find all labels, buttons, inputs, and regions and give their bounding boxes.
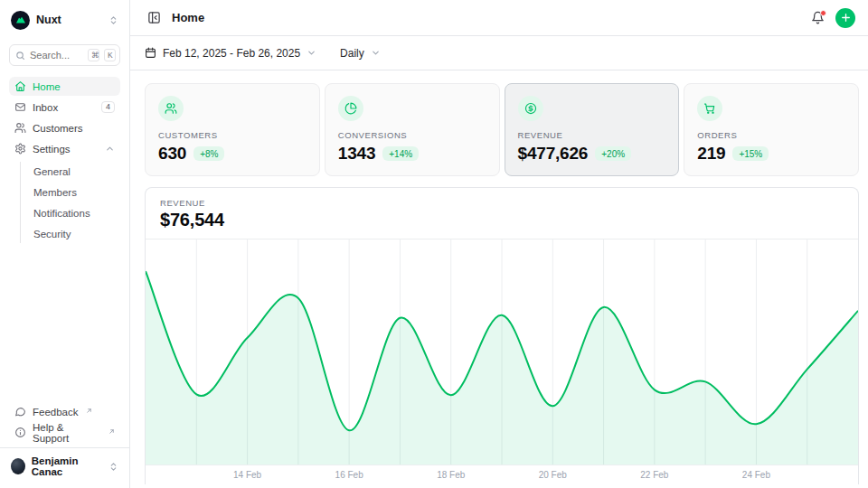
search-icon <box>15 51 25 61</box>
stat-label: CUSTOMERS <box>158 130 307 140</box>
header-actions <box>809 8 855 28</box>
sidebar-item-security[interactable]: Security <box>33 224 120 243</box>
stat-value: 630 <box>158 144 186 164</box>
sidebar-item-label: Home <box>33 81 61 92</box>
chevron-down-icon <box>307 48 316 58</box>
sidebar-collapse-button[interactable] <box>146 9 163 26</box>
home-icon <box>14 80 26 92</box>
external-link-icon <box>86 408 92 414</box>
chevrons-up-down-icon <box>108 15 118 25</box>
stat-delta-badge: +14% <box>382 146 419 161</box>
app-window: Nuxt ⌘ K Home Inbo <box>0 0 868 488</box>
x-tick-label: 14 Feb <box>233 470 261 480</box>
gear-icon <box>14 143 26 155</box>
notifications-button[interactable] <box>809 9 826 26</box>
sidebar-item-notifications[interactable]: Notifications <box>33 203 120 222</box>
sidebar-footer: Feedback Help & Support <box>9 402 120 447</box>
chevrons-up-down-icon <box>108 462 118 472</box>
chart-header: REVENUE $76,544 <box>146 188 858 239</box>
date-range-picker[interactable]: Feb 12, 2025 - Feb 26, 2025 <box>145 47 316 60</box>
settings-children: General Members Notifications Security <box>20 162 120 243</box>
shopping-cart-icon <box>697 96 722 121</box>
dashboard-content: CUSTOMERS 630 +8% CONVERSIONS 1343 +14% <box>130 70 868 484</box>
sidebar-nav: Home Inbox 4 Customers Settings <box>9 77 120 245</box>
search-input[interactable]: ⌘ K <box>9 44 120 66</box>
period-label: Daily <box>340 47 364 60</box>
x-tick-label: 22 Feb <box>640 470 668 480</box>
stat-value: $477,626 <box>518 144 589 164</box>
workspace-name: Nuxt <box>36 14 61 26</box>
x-tick-label: 16 Feb <box>335 470 363 480</box>
filter-toolbar: Feb 12, 2025 - Feb 26, 2025 Daily <box>130 36 868 70</box>
x-axis-ticks: 14 Feb16 Feb18 Feb20 Feb22 Feb24 Feb <box>146 465 858 484</box>
plus-icon <box>840 12 852 23</box>
date-range-label: Feb 12, 2025 - Feb 26, 2025 <box>163 47 300 60</box>
pie-chart-icon <box>338 96 363 121</box>
kbd-cmd: ⌘ <box>88 49 99 61</box>
sidebar-item-label: Inbox <box>33 102 58 113</box>
sidebar-item-general[interactable]: General <box>33 162 120 181</box>
sidebar: Nuxt ⌘ K Home Inbo <box>0 0 130 488</box>
chevron-down-icon <box>371 48 381 58</box>
nuxt-logo-icon <box>11 11 30 30</box>
user-name: Benjamin Canac <box>32 455 102 477</box>
stat-card-conversions[interactable]: CONVERSIONS 1343 +14% <box>325 83 500 176</box>
sidebar-item-customers[interactable]: Customers <box>9 118 120 137</box>
x-tick-label: 20 Feb <box>539 470 567 480</box>
sidebar-item-members[interactable]: Members <box>33 183 120 202</box>
x-tick-label: 24 Feb <box>742 470 770 480</box>
help-support-link[interactable]: Help & Support <box>9 423 120 442</box>
chart-value: $76,544 <box>160 210 844 230</box>
chevron-up-icon <box>105 144 115 154</box>
stat-delta-badge: +15% <box>732 146 769 161</box>
add-button[interactable] <box>835 8 855 28</box>
stat-label: CONVERSIONS <box>338 130 486 140</box>
panel-left-close-icon <box>147 11 161 24</box>
chart-label: REVENUE <box>160 198 844 208</box>
feedback-link[interactable]: Feedback <box>9 402 120 421</box>
search-field[interactable] <box>30 50 83 61</box>
users-icon <box>158 96 184 121</box>
revenue-chart-card: REVENUE $76,544 14 Feb16 Feb18 Feb20 Feb… <box>145 187 859 484</box>
stat-label: REVENUE <box>518 130 666 140</box>
sidebar-item-label: Feedback <box>33 407 79 418</box>
sidebar-item-inbox[interactable]: Inbox 4 <box>9 98 120 117</box>
chart-canvas <box>146 239 858 465</box>
avatar <box>11 458 25 474</box>
inbox-count-badge: 4 <box>101 101 115 114</box>
sidebar-item-label: Help & Support <box>33 422 101 444</box>
period-select[interactable]: Daily <box>340 47 381 60</box>
sidebar-item-settings[interactable]: Settings <box>9 139 120 158</box>
stat-delta-badge: +8% <box>193 146 224 161</box>
stat-card-revenue[interactable]: REVENUE $477,626 +20% <box>505 83 680 176</box>
message-bubble-icon <box>14 406 26 418</box>
page-title: Home <box>172 11 204 24</box>
main-area: Home Feb 12, 2 <box>130 0 868 488</box>
stat-card-customers[interactable]: CUSTOMERS 630 +8% <box>145 83 320 176</box>
external-link-icon <box>108 428 115 435</box>
mail-icon <box>14 101 26 113</box>
stat-delta-badge: +20% <box>595 146 631 161</box>
page-header: Home <box>130 0 868 36</box>
stat-value: 1343 <box>338 144 376 164</box>
stat-label: ORDERS <box>697 130 845 140</box>
info-circle-icon <box>14 427 26 438</box>
kbd-k: K <box>104 49 116 61</box>
notification-dot <box>820 10 826 16</box>
users-icon <box>14 122 26 134</box>
stats-row: CUSTOMERS 630 +8% CONVERSIONS 1343 +14% <box>145 83 859 176</box>
sidebar-item-label: Settings <box>33 144 71 155</box>
stat-card-orders[interactable]: ORDERS 219 +15% <box>684 83 859 176</box>
revenue-area-chart[interactable] <box>146 239 858 465</box>
sidebar-item-label: Customers <box>33 123 83 134</box>
circle-dollar-icon <box>518 96 543 121</box>
sidebar-item-home[interactable]: Home <box>9 77 120 96</box>
workspace-switcher[interactable]: Nuxt <box>9 9 120 31</box>
stat-value: 219 <box>697 144 725 164</box>
user-menu[interactable]: Benjamin Canac <box>0 447 129 481</box>
calendar-icon <box>145 47 156 59</box>
x-tick-label: 18 Feb <box>437 470 465 480</box>
